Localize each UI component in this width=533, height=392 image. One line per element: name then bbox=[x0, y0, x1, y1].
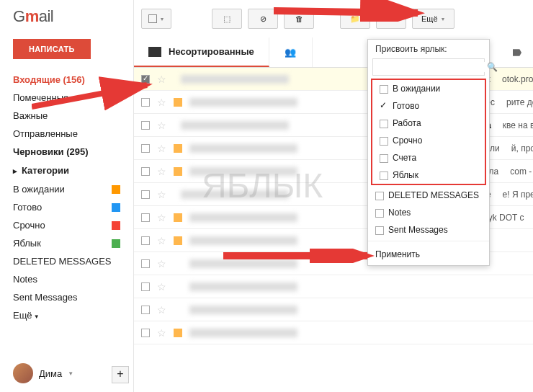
sender bbox=[189, 329, 297, 337]
label-color-icon bbox=[112, 221, 120, 230]
label-name: Sent Messages bbox=[13, 292, 78, 303]
row-checkbox[interactable] bbox=[141, 306, 150, 314]
nav-categories[interactable]: Категории bbox=[13, 161, 133, 180]
annotation-arrow bbox=[32, 71, 161, 114]
label-options-group1: В ожиданииГотовоРаботаСрочноСчетаЯблык bbox=[372, 80, 485, 184]
label-option[interactable]: Sent Messages bbox=[368, 221, 489, 239]
sender bbox=[189, 167, 297, 176]
archive-button[interactable]: ⬚ bbox=[212, 9, 242, 29]
label-search[interactable]: 🔍 bbox=[372, 58, 485, 76]
tab-social[interactable]: 👥 bbox=[269, 37, 313, 67]
tab-promotions[interactable] bbox=[501, 37, 533, 67]
spam-icon: ⊘ bbox=[260, 14, 266, 24]
tab-label: Несортированные bbox=[169, 46, 254, 57]
label-option[interactable]: Счета bbox=[372, 149, 485, 166]
row-checkbox[interactable] bbox=[141, 144, 150, 153]
sidebar-label-item[interactable]: Notes bbox=[13, 270, 133, 288]
tail-text: й, прошу bbox=[507, 143, 533, 153]
sidebar-label-item[interactable]: В ожидании bbox=[13, 180, 133, 198]
inbox-icon bbox=[148, 47, 161, 57]
tail-text: com - Зд bbox=[506, 166, 533, 177]
star-icon[interactable]: ☆ bbox=[157, 258, 166, 270]
message-row[interactable]: ☆ bbox=[134, 298, 533, 321]
label-name: Срочно bbox=[13, 220, 45, 231]
sender bbox=[181, 75, 289, 84]
tail-text: е! Я пред bbox=[498, 190, 533, 200]
sender bbox=[189, 98, 297, 107]
star-icon[interactable]: ☆ bbox=[157, 143, 166, 154]
row-checkbox[interactable] bbox=[141, 259, 150, 268]
label-chip-icon bbox=[174, 167, 182, 176]
sender bbox=[189, 236, 297, 245]
sidebar: Gmail НАПИСАТЬ Входящие (156) Помеченные… bbox=[0, 0, 133, 392]
sidebar-label-item[interactable]: Яблык bbox=[13, 234, 133, 252]
annotation-arrow bbox=[274, 0, 432, 22]
tab-primary[interactable]: Несортированные bbox=[134, 37, 269, 67]
star-icon[interactable]: ☆ bbox=[157, 166, 166, 177]
star-icon[interactable]: ☆ bbox=[157, 281, 166, 293]
star-icon[interactable]: ☆ bbox=[157, 235, 166, 246]
label-name: В ожидании bbox=[13, 184, 65, 195]
label-chip-icon bbox=[174, 236, 182, 245]
label-name: DELETED MESSAGES bbox=[13, 256, 112, 267]
label-name: Готово bbox=[13, 202, 42, 213]
people-icon: 👥 bbox=[285, 47, 296, 58]
label-chip-icon bbox=[174, 98, 182, 107]
star-icon[interactable]: ☆ bbox=[157, 189, 166, 200]
label-option[interactable]: Работа bbox=[372, 115, 485, 132]
label-search-input[interactable] bbox=[379, 62, 487, 72]
star-icon[interactable]: ☆ bbox=[157, 212, 166, 223]
row-checkbox[interactable] bbox=[141, 167, 150, 176]
label-chip-icon bbox=[174, 213, 182, 222]
message-row[interactable]: ☆ bbox=[134, 321, 533, 344]
label-chip-icon bbox=[174, 329, 182, 337]
nav-drafts[interactable]: Черновики (295) bbox=[13, 143, 133, 161]
label-chip-icon bbox=[174, 144, 182, 153]
tag-icon bbox=[511, 47, 523, 58]
user-box[interactable]: Дима ▼ bbox=[13, 363, 73, 383]
annotation-arrow bbox=[223, 249, 382, 263]
row-checkbox[interactable] bbox=[141, 121, 150, 130]
label-option[interactable]: Готово bbox=[372, 97, 485, 115]
label-option[interactable]: Notes bbox=[368, 204, 489, 221]
sender bbox=[189, 144, 297, 153]
label-option[interactable]: Яблык bbox=[372, 166, 485, 184]
gmail-logo: Gmail bbox=[13, 7, 133, 26]
sidebar-label-item[interactable]: Sent Messages bbox=[13, 288, 133, 306]
label-option[interactable]: В ожидании bbox=[372, 80, 485, 97]
sender bbox=[189, 282, 297, 291]
select-all-button[interactable] bbox=[141, 9, 171, 29]
apply-label-button[interactable]: Применить bbox=[368, 244, 489, 265]
label-option[interactable]: DELETED MESSAGES bbox=[368, 187, 489, 204]
star-icon[interactable]: ☆ bbox=[157, 327, 166, 339]
label-option[interactable]: Срочно bbox=[372, 132, 485, 149]
star-icon[interactable]: ☆ bbox=[157, 120, 166, 131]
svg-line-0 bbox=[32, 85, 147, 107]
dropdown-title: Присвоить ярлык: bbox=[368, 40, 489, 58]
archive-icon: ⬚ bbox=[223, 14, 230, 24]
label-color-icon bbox=[112, 239, 120, 248]
row-checkbox[interactable] bbox=[141, 190, 150, 199]
row-checkbox[interactable] bbox=[141, 236, 150, 245]
sidebar-label-item[interactable]: Готово bbox=[13, 198, 133, 216]
label-name: Яблык bbox=[13, 238, 41, 249]
row-checkbox[interactable] bbox=[141, 282, 150, 291]
search-icon: 🔍 bbox=[487, 62, 498, 72]
labels-list: В ожиданииГотовоСрочноЯблыкDELETED MESSA… bbox=[13, 180, 133, 306]
compose-button[interactable]: НАПИСАТЬ bbox=[13, 39, 91, 59]
more-link[interactable]: Ещё bbox=[13, 306, 133, 324]
row-checkbox[interactable] bbox=[141, 329, 150, 337]
sender bbox=[181, 190, 289, 199]
sidebar-label-item[interactable]: DELETED MESSAGES bbox=[13, 252, 133, 270]
label-options-group2: DELETED MESSAGESNotesSent Messages bbox=[368, 187, 489, 239]
star-icon[interactable]: ☆ bbox=[157, 304, 166, 316]
label-color-icon bbox=[112, 203, 120, 212]
message-row[interactable]: ☆ bbox=[134, 275, 533, 298]
sidebar-label-item[interactable]: Срочно bbox=[13, 216, 133, 234]
row-checkbox[interactable] bbox=[141, 213, 150, 222]
label-name: Notes bbox=[13, 274, 37, 285]
tail-text: otok.pro bbox=[498, 74, 533, 84]
tail-text: рите дого bbox=[502, 97, 533, 107]
nav-sent[interactable]: Отправленные bbox=[13, 125, 133, 143]
add-button[interactable]: + bbox=[112, 366, 129, 383]
